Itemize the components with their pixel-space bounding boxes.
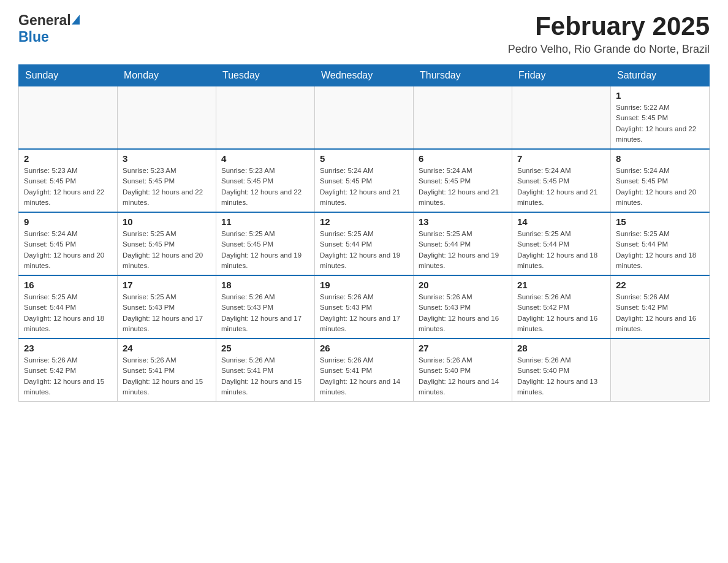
day-number: 8 xyxy=(616,153,704,164)
day-info: Sunrise: 5:25 AM Sunset: 5:45 PM Dayligh… xyxy=(123,229,211,271)
week-row-4: 16Sunrise: 5:25 AM Sunset: 5:44 PM Dayli… xyxy=(19,275,710,339)
day-number: 21 xyxy=(517,280,605,290)
week-row-2: 2Sunrise: 5:23 AM Sunset: 5:45 PM Daylig… xyxy=(19,149,710,212)
day-number: 12 xyxy=(320,216,408,227)
calendar-cell: 17Sunrise: 5:25 AM Sunset: 5:43 PM Dayli… xyxy=(118,275,216,339)
week-row-3: 9Sunrise: 5:24 AM Sunset: 5:45 PM Daylig… xyxy=(19,212,710,275)
calendar-cell: 21Sunrise: 5:26 AM Sunset: 5:42 PM Dayli… xyxy=(512,275,611,339)
calendar-cell: 20Sunrise: 5:26 AM Sunset: 5:43 PM Dayli… xyxy=(414,275,512,339)
day-info: Sunrise: 5:25 AM Sunset: 5:44 PM Dayligh… xyxy=(320,229,408,271)
calendar-cell: 19Sunrise: 5:26 AM Sunset: 5:43 PM Dayli… xyxy=(315,275,414,339)
calendar-cell: 1Sunrise: 5:22 AM Sunset: 5:45 PM Daylig… xyxy=(611,86,710,150)
day-number: 17 xyxy=(123,280,211,290)
calendar-cell: 15Sunrise: 5:25 AM Sunset: 5:44 PM Dayli… xyxy=(611,212,710,275)
day-info: Sunrise: 5:25 AM Sunset: 5:44 PM Dayligh… xyxy=(419,229,507,271)
day-number: 6 xyxy=(419,153,507,164)
calendar-cell xyxy=(315,86,414,150)
day-info: Sunrise: 5:23 AM Sunset: 5:45 PM Dayligh… xyxy=(123,166,211,208)
weekday-header-friday: Friday xyxy=(512,65,611,86)
logo-general-text: General xyxy=(18,12,71,29)
day-info: Sunrise: 5:26 AM Sunset: 5:41 PM Dayligh… xyxy=(320,355,408,397)
day-number: 23 xyxy=(24,343,112,353)
weekday-header-monday: Monday xyxy=(118,65,216,86)
day-info: Sunrise: 5:25 AM Sunset: 5:44 PM Dayligh… xyxy=(616,229,704,271)
calendar-cell xyxy=(216,86,315,150)
day-number: 4 xyxy=(221,153,309,164)
calendar-cell: 14Sunrise: 5:25 AM Sunset: 5:44 PM Dayli… xyxy=(512,212,611,275)
calendar-cell: 18Sunrise: 5:26 AM Sunset: 5:43 PM Dayli… xyxy=(216,275,315,339)
calendar-cell: 28Sunrise: 5:26 AM Sunset: 5:40 PM Dayli… xyxy=(512,339,611,402)
day-info: Sunrise: 5:24 AM Sunset: 5:45 PM Dayligh… xyxy=(616,166,704,208)
calendar-cell: 24Sunrise: 5:26 AM Sunset: 5:41 PM Dayli… xyxy=(118,339,216,402)
calendar-cell: 3Sunrise: 5:23 AM Sunset: 5:45 PM Daylig… xyxy=(118,149,216,212)
day-info: Sunrise: 5:24 AM Sunset: 5:45 PM Dayligh… xyxy=(24,229,112,271)
day-info: Sunrise: 5:25 AM Sunset: 5:44 PM Dayligh… xyxy=(24,292,112,334)
page-header: General Blue February 2025 Pedro Velho, … xyxy=(18,12,710,56)
day-info: Sunrise: 5:26 AM Sunset: 5:40 PM Dayligh… xyxy=(517,355,605,397)
day-number: 18 xyxy=(221,280,309,290)
calendar-cell xyxy=(19,86,118,150)
calendar-cell: 2Sunrise: 5:23 AM Sunset: 5:45 PM Daylig… xyxy=(19,149,118,212)
calendar-cell xyxy=(611,339,710,402)
day-number: 28 xyxy=(517,343,605,353)
day-number: 22 xyxy=(616,280,704,290)
day-number: 5 xyxy=(320,153,408,164)
calendar-cell: 7Sunrise: 5:24 AM Sunset: 5:45 PM Daylig… xyxy=(512,149,611,212)
day-number: 15 xyxy=(616,216,704,227)
logo: General Blue xyxy=(18,12,80,45)
day-number: 9 xyxy=(24,216,112,227)
day-number: 13 xyxy=(419,216,507,227)
day-info: Sunrise: 5:25 AM Sunset: 5:45 PM Dayligh… xyxy=(221,229,309,271)
calendar-cell: 26Sunrise: 5:26 AM Sunset: 5:41 PM Dayli… xyxy=(315,339,414,402)
day-number: 16 xyxy=(24,280,112,290)
calendar-cell: 13Sunrise: 5:25 AM Sunset: 5:44 PM Dayli… xyxy=(414,212,512,275)
calendar-cell: 16Sunrise: 5:25 AM Sunset: 5:44 PM Dayli… xyxy=(19,275,118,339)
day-info: Sunrise: 5:25 AM Sunset: 5:44 PM Dayligh… xyxy=(517,229,605,271)
calendar-cell: 4Sunrise: 5:23 AM Sunset: 5:45 PM Daylig… xyxy=(216,149,315,212)
day-number: 2 xyxy=(24,153,112,164)
day-number: 10 xyxy=(123,216,211,227)
calendar-cell: 25Sunrise: 5:26 AM Sunset: 5:41 PM Dayli… xyxy=(216,339,315,402)
day-info: Sunrise: 5:26 AM Sunset: 5:42 PM Dayligh… xyxy=(517,292,605,334)
subtitle: Pedro Velho, Rio Grande do Norte, Brazil xyxy=(508,43,710,56)
calendar-cell xyxy=(118,86,216,150)
day-number: 19 xyxy=(320,280,408,290)
day-number: 25 xyxy=(221,343,309,353)
calendar-cell: 8Sunrise: 5:24 AM Sunset: 5:45 PM Daylig… xyxy=(611,149,710,212)
day-info: Sunrise: 5:26 AM Sunset: 5:42 PM Dayligh… xyxy=(24,355,112,397)
day-info: Sunrise: 5:26 AM Sunset: 5:43 PM Dayligh… xyxy=(419,292,507,334)
day-number: 7 xyxy=(517,153,605,164)
day-info: Sunrise: 5:26 AM Sunset: 5:41 PM Dayligh… xyxy=(123,355,211,397)
day-info: Sunrise: 5:24 AM Sunset: 5:45 PM Dayligh… xyxy=(419,166,507,208)
calendar-cell xyxy=(512,86,611,150)
day-number: 24 xyxy=(123,343,211,353)
calendar-cell: 10Sunrise: 5:25 AM Sunset: 5:45 PM Dayli… xyxy=(118,212,216,275)
logo-arrow-icon xyxy=(72,15,80,25)
weekday-header-tuesday: Tuesday xyxy=(216,65,315,86)
calendar-cell xyxy=(414,86,512,150)
calendar-cell: 23Sunrise: 5:26 AM Sunset: 5:42 PM Dayli… xyxy=(19,339,118,402)
weekday-header-thursday: Thursday xyxy=(414,65,512,86)
day-info: Sunrise: 5:26 AM Sunset: 5:43 PM Dayligh… xyxy=(221,292,309,334)
day-number: 3 xyxy=(123,153,211,164)
day-info: Sunrise: 5:24 AM Sunset: 5:45 PM Dayligh… xyxy=(320,166,408,208)
weekday-header-saturday: Saturday xyxy=(611,65,710,86)
day-info: Sunrise: 5:23 AM Sunset: 5:45 PM Dayligh… xyxy=(24,166,112,208)
calendar-cell: 5Sunrise: 5:24 AM Sunset: 5:45 PM Daylig… xyxy=(315,149,414,212)
weekday-header-row: SundayMondayTuesdayWednesdayThursdayFrid… xyxy=(19,65,710,86)
day-info: Sunrise: 5:26 AM Sunset: 5:43 PM Dayligh… xyxy=(320,292,408,334)
day-number: 20 xyxy=(419,280,507,290)
day-number: 26 xyxy=(320,343,408,353)
title-area: February 2025 Pedro Velho, Rio Grande do… xyxy=(508,12,710,56)
day-number: 1 xyxy=(616,90,704,101)
day-info: Sunrise: 5:22 AM Sunset: 5:45 PM Dayligh… xyxy=(616,102,704,145)
calendar-cell: 11Sunrise: 5:25 AM Sunset: 5:45 PM Dayli… xyxy=(216,212,315,275)
calendar-cell: 12Sunrise: 5:25 AM Sunset: 5:44 PM Dayli… xyxy=(315,212,414,275)
main-title: February 2025 xyxy=(508,12,710,40)
day-number: 14 xyxy=(517,216,605,227)
day-info: Sunrise: 5:23 AM Sunset: 5:45 PM Dayligh… xyxy=(221,166,309,208)
day-info: Sunrise: 5:26 AM Sunset: 5:40 PM Dayligh… xyxy=(419,355,507,397)
day-info: Sunrise: 5:26 AM Sunset: 5:42 PM Dayligh… xyxy=(616,292,704,334)
weekday-header-wednesday: Wednesday xyxy=(315,65,414,86)
week-row-1: 1Sunrise: 5:22 AM Sunset: 5:45 PM Daylig… xyxy=(19,86,710,150)
